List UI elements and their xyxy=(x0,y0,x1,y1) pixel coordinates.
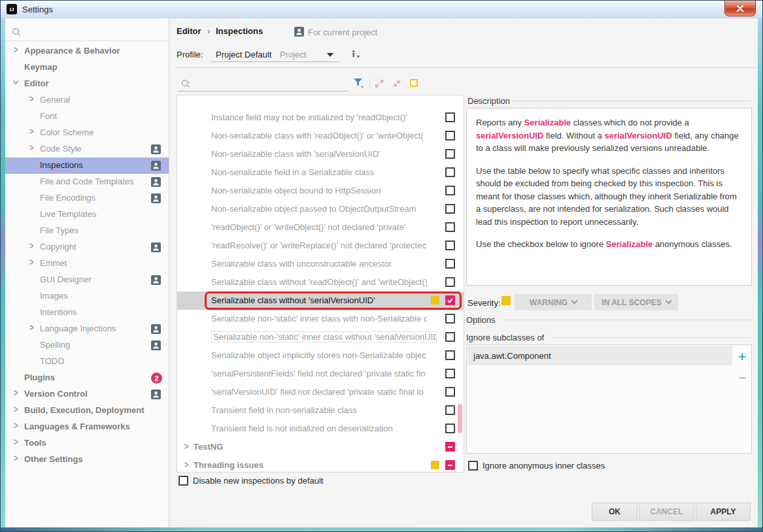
scope-dropdown[interactable]: IN ALL SCOPES xyxy=(594,294,678,310)
profile-actions-menu-icon[interactable]: ⁝▾ xyxy=(352,48,355,59)
chevron-right-icon[interactable]: > xyxy=(29,93,33,104)
sidebar-item-build-execution-deployment[interactable]: >Build, Execution, Deployment xyxy=(5,403,169,419)
inspection-checkbox[interactable] xyxy=(445,222,455,232)
inspection-checkbox[interactable] xyxy=(445,259,455,269)
profile-value[interactable]: Project Default xyxy=(216,50,271,59)
inspection-checkbox[interactable] xyxy=(445,131,455,141)
sidebar-item-todo[interactable]: TODO xyxy=(5,354,169,370)
sidebar-item-images[interactable]: Images xyxy=(5,288,169,305)
severity-filter-icon[interactable] xyxy=(410,79,418,87)
inspection-checkbox[interactable] xyxy=(445,369,455,378)
apply-button[interactable]: APPLY xyxy=(696,503,751,521)
severity-dropdown[interactable]: WARNING xyxy=(515,294,592,310)
chevron-down-icon[interactable]: > xyxy=(10,80,21,84)
inspection-checkbox[interactable] xyxy=(445,204,455,214)
inspection-row-serialpersistentfields-field-not-declared-private-static-fin[interactable]: 'serialPersistentFields' field not decla… xyxy=(177,365,464,383)
sidebar-item-emmet[interactable]: >Emmet xyxy=(5,256,169,272)
sidebar-item-file-and-code-templates[interactable]: File and Code Templates xyxy=(5,174,169,190)
chevron-right-icon[interactable]: > xyxy=(29,322,33,333)
chevron-right-icon[interactable]: > xyxy=(29,126,33,137)
inspection-row-serializable-class-without-serialversionuid[interactable]: Serializable class without 'serialVersio… xyxy=(177,291,464,310)
inspection-row-non-serializable-class-with-readobject-or-writeobject[interactable]: Non-serializable class with 'readObject(… xyxy=(177,127,464,145)
sidebar-item-plugins[interactable]: Plugins2 xyxy=(5,370,169,386)
inspection-checkbox[interactable] xyxy=(445,167,455,177)
add-icon[interactable]: + xyxy=(738,350,746,363)
inspection-row-serializable-non-static-inner-class-with-non-serializable-o[interactable]: Serializable non-'static' inner class wi… xyxy=(177,310,464,328)
inspection-row-serializable-class-without-readobject-and-writeobject[interactable]: Serializable class without 'readObject()… xyxy=(177,273,464,291)
sidebar-item-copyright[interactable]: >Copyright xyxy=(5,239,169,256)
sidebar-item-languages-frameworks[interactable]: >Languages & Frameworks xyxy=(5,419,169,435)
inspection-checkbox[interactable] xyxy=(445,186,455,195)
inspection-checkbox[interactable] xyxy=(445,350,455,360)
sidebar-item-font[interactable]: Font xyxy=(5,108,169,125)
inspection-search-input[interactable] xyxy=(181,79,192,90)
remove-icon[interactable]: − xyxy=(738,371,746,384)
inspection-row-instance-field-may-not-be-initialized-by-readobject[interactable]: Instance field may not be initialized by… xyxy=(177,108,464,127)
sidebar-item-editor[interactable]: >Editor xyxy=(5,76,169,92)
cancel-button[interactable]: CANCEL xyxy=(639,503,694,521)
sidebar-item-other-settings[interactable]: >Other Settings xyxy=(5,452,169,468)
inspection-row-serializable-object-implicitly-stores-non-serializable-objec[interactable]: Serializable object implicitly stores no… xyxy=(177,346,464,365)
inspection-row-transient-field-in-non-serializable-class[interactable]: Transient field in non-serializable clas… xyxy=(177,401,464,420)
ignore-anonymous-checkbox[interactable]: Ignore anonymous inner classes xyxy=(468,461,605,471)
inspection-row-non-serializable-class-with-serialversionuid[interactable]: Non-serializable class with 'serialVersi… xyxy=(177,145,464,163)
sidebar-item-intentions[interactable]: Intentions xyxy=(5,305,169,321)
inspection-checkbox[interactable] xyxy=(445,424,455,433)
inspection-row-readobject-or-writeobject-not-declared-private[interactable]: 'readObject()' or 'writeObject()' not de… xyxy=(177,218,464,237)
inspection-checkbox[interactable] xyxy=(445,277,455,287)
chevron-right-icon[interactable]: > xyxy=(14,44,18,55)
profile-dropdown-caret-icon[interactable] xyxy=(327,53,333,57)
sidebar-item-gui-designer[interactable]: GUI Designer xyxy=(5,272,169,288)
ok-button[interactable]: OK xyxy=(592,503,637,521)
disable-new-inspections-checkbox[interactable]: Disable new inspections by default xyxy=(178,476,323,486)
sidebar-item-general[interactable]: >General xyxy=(5,92,169,108)
inspection-checkbox[interactable] xyxy=(445,241,455,250)
inspection-row-threading-issues[interactable]: >Threading issues xyxy=(177,456,464,473)
inspection-row-readresolve-or-writereplace-not-declared-protectec[interactable]: 'readResolve()' or 'writeReplace()' not … xyxy=(177,237,464,255)
inspection-row-transient-field-is-not-initialized-on-deserialization[interactable]: Transient field is not initialized on de… xyxy=(177,420,464,438)
sidebar-item-color-scheme[interactable]: >Color Scheme xyxy=(5,125,169,141)
chevron-right-icon[interactable]: > xyxy=(14,420,18,431)
chevron-right-icon[interactable]: > xyxy=(14,437,18,447)
close-button[interactable] xyxy=(724,1,756,16)
inspection-checkbox[interactable] xyxy=(445,405,455,415)
inspection-checkbox[interactable] xyxy=(445,112,455,122)
sidebar-item-tools[interactable]: >Tools xyxy=(5,435,169,452)
sidebar-item-inspections[interactable]: Inspections xyxy=(5,158,169,174)
chevron-right-icon[interactable]: > xyxy=(29,142,33,153)
sidebar-item-file-types[interactable]: File Types xyxy=(5,223,169,239)
inspection-checkbox-partial[interactable] xyxy=(445,460,455,470)
chevron-right-icon[interactable]: > xyxy=(184,441,188,452)
sidebar-search-input[interactable] xyxy=(12,27,21,37)
inspection-checkbox[interactable] xyxy=(445,149,455,159)
chevron-right-icon[interactable]: > xyxy=(14,453,18,463)
inspection-row-serialversionuid-field-not-declared-private-static-final-lo[interactable]: 'serialVersionUID' field not declared 'p… xyxy=(177,383,464,401)
sidebar-item-language-injections[interactable]: >Language Injections xyxy=(5,321,169,337)
sidebar-item-file-encodings[interactable]: File Encodings xyxy=(5,190,169,207)
chevron-right-icon[interactable]: > xyxy=(29,257,33,267)
chevron-right-icon[interactable]: > xyxy=(29,241,33,251)
inspection-row-non-serializable-object-passed-to-objectoutputstream[interactable]: Non-serializable object passed to Object… xyxy=(177,200,464,218)
inspection-checkbox-partial[interactable] xyxy=(445,442,455,452)
inspection-checkbox[interactable] xyxy=(445,387,455,397)
chevron-right-icon[interactable]: > xyxy=(184,459,188,470)
inspection-row-testng[interactable]: >TestNG xyxy=(177,438,464,456)
table-row[interactable]: java.awt.Component xyxy=(467,346,732,365)
inspection-row-serializable-non-static-inner-class-without-serialversionuid[interactable]: Serializable non-'static' inner class wi… xyxy=(177,328,464,346)
sidebar-item-live-templates[interactable]: Live Templates xyxy=(5,207,169,223)
inspection-row-non-serializable-field-in-a-serializable-class[interactable]: Non-serializable field in a Serializable… xyxy=(177,163,464,182)
inspection-checkbox[interactable] xyxy=(445,314,455,324)
sidebar-item-spelling[interactable]: Spelling xyxy=(5,337,169,354)
sidebar-item-version-control[interactable]: >Version Control xyxy=(5,386,169,403)
chevron-right-icon[interactable]: > xyxy=(14,404,18,414)
breadcrumb-editor[interactable]: Editor xyxy=(177,26,201,36)
sidebar-item-appearance-behavior[interactable]: >Appearance & Behavior xyxy=(5,43,169,59)
collapse-all-icon[interactable] xyxy=(392,79,401,90)
filter-icon[interactable] xyxy=(353,78,364,91)
expand-all-icon[interactable] xyxy=(375,79,384,90)
inspection-checkbox[interactable] xyxy=(445,332,455,342)
sidebar-item-code-style[interactable]: >Code Style xyxy=(5,141,169,158)
inspection-row-non-serializable-object-bound-to-httpsession[interactable]: Non-serializable object bound to HttpSes… xyxy=(177,182,464,200)
inspection-row-serializable-class-with-unconstructable-ancestor[interactable]: Serializable class with unconstructable … xyxy=(177,255,464,273)
sidebar-item-keymap[interactable]: Keymap xyxy=(5,59,169,76)
